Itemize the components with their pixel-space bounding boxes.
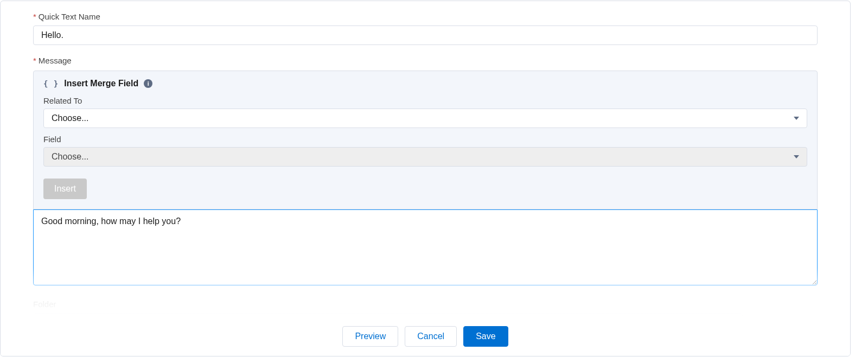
preview-button[interactable]: Preview <box>342 326 398 347</box>
related-to-label: Related To <box>43 96 807 105</box>
required-star-icon: * <box>33 12 36 21</box>
quick-text-name-label: Quick Text Name <box>39 12 100 21</box>
required-star-icon: * <box>33 56 36 65</box>
message-textarea[interactable] <box>33 209 818 285</box>
field-value: Choose... <box>52 152 88 162</box>
cancel-button[interactable]: Cancel <box>405 326 457 347</box>
merge-field-panel: { } Insert Merge Field i Related To Choo… <box>33 71 818 209</box>
info-icon[interactable]: i <box>144 79 152 88</box>
footer-actions: Preview Cancel Save <box>1 317 850 356</box>
chevron-down-icon <box>794 155 799 158</box>
quick-text-name-input[interactable] <box>33 26 818 45</box>
folder-label: Folder <box>33 300 56 309</box>
message-label: Message <box>39 56 72 65</box>
insert-button: Insert <box>43 179 87 199</box>
chevron-down-icon <box>794 117 799 120</box>
message-field: * Message { } Insert Merge Field i Relat… <box>33 56 818 288</box>
field-label: Field <box>43 135 807 144</box>
related-to-value: Choose... <box>52 113 88 123</box>
field-combobox: Choose... <box>43 147 807 167</box>
merge-braces-icon: { } <box>43 79 59 88</box>
related-to-combobox[interactable]: Choose... <box>43 109 807 128</box>
save-button[interactable]: Save <box>463 326 508 347</box>
merge-panel-title: Insert Merge Field <box>64 79 138 88</box>
quick-text-name-field: * Quick Text Name <box>33 12 818 45</box>
